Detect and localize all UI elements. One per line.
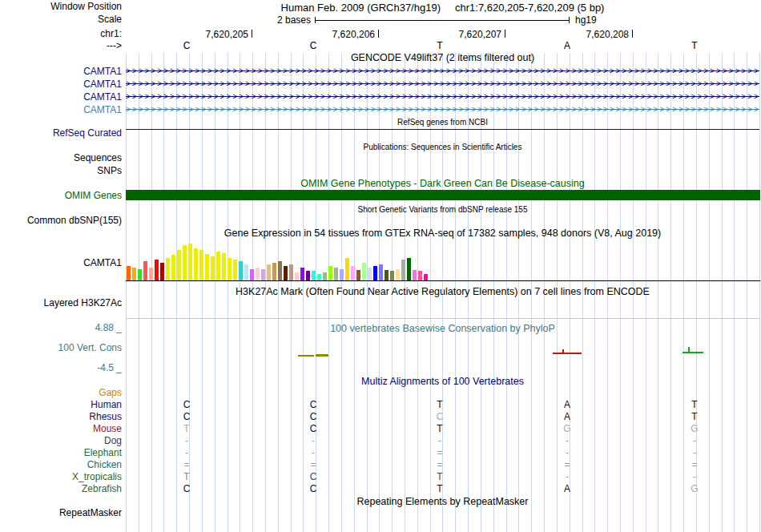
gtex-bar[interactable] bbox=[368, 268, 372, 280]
gtex-bar[interactable] bbox=[171, 255, 175, 280]
refseq-gene-line[interactable] bbox=[126, 129, 759, 130]
gtex-track-title[interactable]: Gene Expression in 54 tissues from GTEx … bbox=[126, 228, 759, 239]
omim-track-title[interactable]: OMIM Gene Phenotypes - Dark Green Can Be… bbox=[126, 179, 759, 189]
gtex-bar[interactable] bbox=[222, 253, 226, 280]
multiz-species-label[interactable]: X_tropicalis bbox=[0, 471, 122, 482]
gtex-bar[interactable] bbox=[211, 256, 215, 280]
alignment-base: = bbox=[310, 459, 316, 470]
gtex-bar[interactable] bbox=[244, 264, 248, 280]
gtex-bar[interactable] bbox=[199, 250, 203, 280]
gtex-bar[interactable] bbox=[334, 268, 338, 280]
gtex-bar[interactable] bbox=[356, 270, 360, 280]
multiz-species-label[interactable]: Elephant bbox=[0, 447, 122, 458]
multiz-species-label[interactable]: Mouse bbox=[0, 423, 122, 434]
gtex-bar[interactable] bbox=[373, 266, 377, 280]
alignment-base: T bbox=[437, 423, 442, 434]
sequences-label[interactable]: Sequences bbox=[0, 153, 122, 163]
repeatmasker-track-title[interactable]: Repeating Elements by RepeatMasker bbox=[126, 497, 759, 507]
gtex-bar[interactable] bbox=[183, 245, 187, 280]
publications-track-title[interactable]: Publications: Sequences in Scientific Ar… bbox=[126, 142, 759, 152]
gtex-bar[interactable] bbox=[317, 274, 321, 280]
gencode-transcript-row[interactable]: >>>>>>>>>>>>>>>>>>>>>>>>>>>>>>>>>>>>>>>>… bbox=[126, 78, 759, 90]
gencode-transcript-row[interactable]: >>>>>>>>>>>>>>>>>>>>>>>>>>>>>>>>>>>>>>>>… bbox=[126, 103, 759, 115]
gtex-bar[interactable] bbox=[295, 272, 299, 280]
gtex-bar[interactable] bbox=[256, 268, 260, 280]
gtex-bar[interactable] bbox=[328, 266, 332, 280]
multiz-species-label[interactable]: Dog bbox=[0, 435, 122, 446]
phylop-track-title[interactable]: 100 vertebrates Basewise Conservation by… bbox=[126, 324, 759, 334]
gtex-bar[interactable] bbox=[138, 269, 142, 280]
gtex-bar[interactable] bbox=[250, 269, 254, 280]
gtex-bar[interactable] bbox=[407, 258, 411, 280]
multiz-species-label[interactable]: Chicken bbox=[0, 459, 122, 470]
ruler-coordinate: 7,620,205 bbox=[178, 29, 248, 40]
gtex-bar[interactable] bbox=[323, 272, 327, 280]
multiz-species-label[interactable]: Gaps bbox=[0, 387, 122, 398]
gtex-bar[interactable] bbox=[267, 264, 271, 280]
multiz-track-title[interactable]: Multiz Alignments of 100 Vertebrates bbox=[126, 377, 759, 387]
window-position-label: Window Position bbox=[0, 2, 122, 12]
common-dbsnp-label[interactable]: Common dbSNP(155) bbox=[0, 216, 122, 226]
dbsnp-track-title[interactable]: Short Genetic Variants from dbSNP releas… bbox=[126, 204, 759, 215]
gencode-gene-label[interactable]: CAMTA1 bbox=[0, 66, 122, 77]
snps-label[interactable]: SNPs bbox=[0, 166, 122, 176]
gtex-bar[interactable] bbox=[205, 254, 209, 280]
gtex-bar[interactable] bbox=[306, 271, 310, 280]
gencode-gene-label[interactable]: CAMTA1 bbox=[0, 79, 122, 90]
gtex-bar[interactable] bbox=[239, 261, 243, 280]
gtex-bar[interactable] bbox=[300, 268, 304, 280]
gtex-bar[interactable] bbox=[272, 263, 276, 280]
multiz-species-label[interactable]: Zebrafish bbox=[0, 483, 122, 494]
gtex-bar[interactable] bbox=[418, 271, 422, 280]
gtex-bar[interactable] bbox=[278, 261, 282, 280]
gencode-gene-label[interactable]: CAMTA1 bbox=[0, 104, 122, 115]
gtex-bar[interactable] bbox=[390, 271, 394, 280]
gtex-bar[interactable] bbox=[284, 266, 288, 280]
gtex-bar[interactable] bbox=[401, 260, 405, 280]
refseq-track-title[interactable]: RefSeq genes from NCBI bbox=[126, 117, 759, 127]
gtex-bar[interactable] bbox=[261, 269, 265, 280]
gtex-bar[interactable] bbox=[143, 261, 147, 280]
gtex-bar[interactable] bbox=[345, 258, 349, 280]
gencode-gene-label[interactable]: CAMTA1 bbox=[0, 91, 122, 103]
gtex-bar[interactable] bbox=[385, 270, 389, 280]
gtex-bar[interactable] bbox=[396, 269, 400, 280]
gtex-bar[interactable] bbox=[155, 260, 159, 280]
gtex-bar[interactable] bbox=[188, 244, 192, 280]
layered-h3k27ac-label[interactable]: Layered H3K27Ac bbox=[0, 298, 122, 308]
alignment-base: = bbox=[437, 447, 442, 458]
gtex-bar[interactable] bbox=[424, 274, 428, 280]
multiz-species-label[interactable]: Human bbox=[0, 399, 122, 410]
gtex-bar[interactable] bbox=[177, 250, 181, 280]
gencode-transcript-row[interactable]: >>>>>>>>>>>>>>>>>>>>>>>>>>>>>>>>>>>>>>>>… bbox=[126, 65, 759, 77]
alignment-base: A bbox=[564, 399, 570, 410]
gtex-bar[interactable] bbox=[379, 264, 383, 280]
gtex-gene-label[interactable]: CAMTA1 bbox=[0, 258, 122, 268]
gtex-bar[interactable] bbox=[340, 269, 344, 280]
gtex-bar[interactable] bbox=[166, 258, 170, 280]
gencode-transcript-row[interactable]: >>>>>>>>>>>>>>>>>>>>>>>>>>>>>>>>>>>>>>>>… bbox=[126, 91, 759, 103]
h3k27ac-track-title[interactable]: H3K27Ac Mark (Often Found Near Active Re… bbox=[126, 287, 759, 297]
gtex-bar[interactable] bbox=[351, 266, 355, 280]
ruler-tick bbox=[632, 30, 633, 38]
gtex-bar[interactable] bbox=[132, 268, 136, 280]
gtex-bar[interactable] bbox=[160, 263, 164, 280]
genome-browser-image: Window Position Human Feb. 2009 (GRCh37/… bbox=[0, 0, 761, 532]
gtex-bar[interactable] bbox=[149, 268, 153, 280]
repeatmasker-label[interactable]: RepeatMasker bbox=[0, 508, 122, 518]
gtex-bar[interactable] bbox=[233, 260, 237, 280]
phylop-track-label[interactable]: 100 Vert. Cons bbox=[0, 343, 122, 353]
gtex-bar[interactable] bbox=[312, 271, 316, 280]
omim-gene-bar[interactable] bbox=[126, 190, 760, 200]
omim-genes-label[interactable]: OMIM Genes bbox=[0, 191, 122, 201]
gtex-bar[interactable] bbox=[127, 266, 131, 280]
gtex-bar[interactable] bbox=[216, 252, 220, 280]
refseq-curated-label[interactable]: RefSeq Curated bbox=[0, 128, 122, 139]
gtex-bar[interactable] bbox=[362, 263, 366, 280]
gtex-bar[interactable] bbox=[194, 248, 198, 280]
multiz-species-label[interactable]: Rhesus bbox=[0, 411, 122, 422]
gencode-track-title[interactable]: GENCODE V49lift37 (2 items filtered out) bbox=[126, 53, 759, 63]
gtex-bar[interactable] bbox=[289, 264, 293, 280]
gtex-bar[interactable] bbox=[413, 270, 417, 280]
gtex-bar[interactable] bbox=[227, 258, 232, 280]
